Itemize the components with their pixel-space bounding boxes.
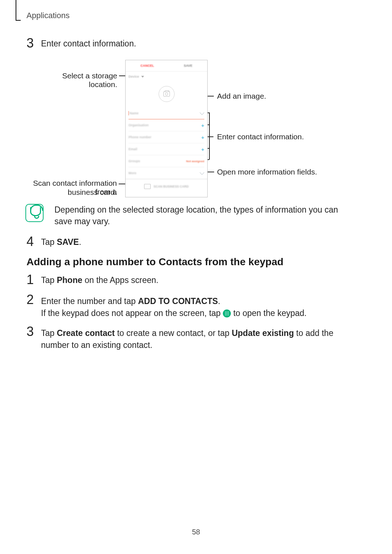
storage-dropdown[interactable]: Device bbox=[126, 71, 207, 80]
email-field[interactable]: Email + bbox=[128, 143, 204, 155]
list-3-number: 3 bbox=[26, 324, 34, 339]
callout-open-more: Open more information fields. bbox=[217, 168, 317, 176]
card-icon bbox=[144, 184, 151, 189]
list-2-number: 2 bbox=[26, 292, 34, 307]
phone-mock: CANCEL SAVE Device Name Organisation + P… bbox=[125, 60, 208, 197]
callout-scan-line2: business card. bbox=[26, 188, 117, 197]
more-field[interactable]: More bbox=[128, 167, 204, 179]
header-gutter-mark bbox=[16, 0, 21, 21]
plus-icon[interactable]: + bbox=[201, 147, 204, 152]
step-3-number: 3 bbox=[26, 36, 34, 51]
organisation-placeholder: Organisation bbox=[128, 123, 149, 127]
bracket-v bbox=[209, 112, 210, 160]
more-label: More bbox=[128, 171, 136, 175]
scan-label: SCAN BUSINESS CARD bbox=[154, 185, 189, 188]
chevron-down-icon bbox=[141, 76, 144, 78]
list-2-text: Enter the number and tap ADD TO CONTACTS… bbox=[41, 295, 360, 320]
step-4-number: 4 bbox=[26, 234, 34, 249]
note-text: Depending on the selected storage locati… bbox=[54, 204, 356, 227]
list-1-number: 1 bbox=[26, 272, 34, 287]
camera-icon bbox=[163, 91, 170, 97]
plus-icon[interactable]: + bbox=[201, 135, 204, 140]
save-button-top[interactable]: SAVE bbox=[184, 64, 192, 67]
scan-business-card-button[interactable]: SCAN BUSINESS CARD bbox=[126, 179, 207, 194]
plus-icon[interactable]: + bbox=[201, 123, 204, 128]
step-3-text: Enter contact information. bbox=[41, 39, 136, 49]
groups-field[interactable]: Groups Not assigned bbox=[128, 155, 204, 167]
keypad-icon bbox=[223, 309, 231, 317]
page-header: Applications bbox=[26, 11, 70, 20]
email-placeholder: Email bbox=[128, 147, 137, 151]
cancel-button[interactable]: CANCEL bbox=[140, 64, 154, 67]
groups-label: Groups bbox=[128, 159, 140, 163]
organisation-field[interactable]: Organisation + bbox=[128, 119, 204, 131]
list-1-text: Tap Phone on the Apps screen. bbox=[41, 275, 158, 285]
chevron-down-icon bbox=[200, 170, 204, 175]
callout-enter-info: Enter contact information. bbox=[217, 132, 304, 141]
bell-icon bbox=[25, 204, 44, 222]
name-placeholder: Name bbox=[130, 111, 139, 115]
name-field[interactable]: Name bbox=[128, 107, 204, 119]
step-4-text: Tap SAVE. bbox=[41, 237, 81, 247]
storage-label: Device bbox=[128, 75, 139, 78]
callout-add-image: Add an image. bbox=[217, 92, 266, 100]
note-callout: Depending on the selected storage locati… bbox=[25, 204, 356, 227]
phone-placeholder: Phone number bbox=[128, 135, 151, 139]
groups-value: Not assigned bbox=[186, 160, 204, 163]
page-number: 58 bbox=[0, 528, 392, 536]
chevron-down-icon bbox=[200, 110, 204, 115]
add-photo-button[interactable] bbox=[159, 86, 175, 102]
list-3-text: Tap Create contact to create a new conta… bbox=[41, 327, 360, 352]
lead-enter-info bbox=[209, 136, 213, 137]
phone-number-field[interactable]: Phone number + bbox=[128, 131, 204, 143]
callout-storage: Select a storage location. bbox=[33, 71, 117, 89]
lead-storage bbox=[119, 75, 126, 76]
section-heading: Adding a phone number to Contacts from t… bbox=[26, 256, 283, 268]
